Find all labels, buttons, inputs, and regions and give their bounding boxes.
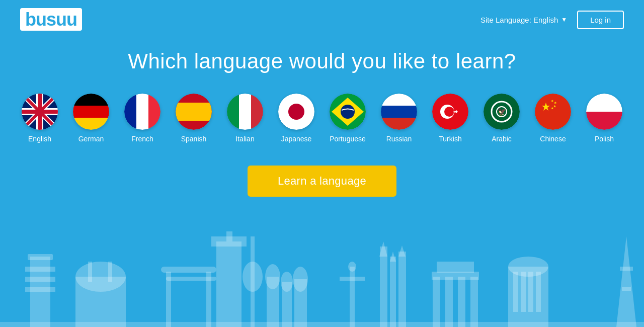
svg-rect-65 [108,262,112,282]
language-label-french: French [131,135,153,143]
language-label-portuguese: Portuguese [330,135,366,143]
language-item-russian[interactable]: Russian [381,94,417,143]
svg-rect-15 [124,94,136,130]
svg-rect-104 [622,287,631,291]
flag-circle-turkish [432,94,468,130]
svg-rect-17 [148,94,160,130]
svg-rect-61 [28,254,53,260]
flag-circle-italian [227,94,263,130]
language-label-arabic: Arabic [492,135,512,143]
svg-rect-22 [227,94,239,130]
svg-point-78 [281,272,293,292]
svg-rect-11 [73,94,109,106]
language-item-polish[interactable]: Polish [586,94,622,143]
svg-rect-58 [25,267,55,272]
headline: Which language would you like to learn? [0,49,644,73]
language-flags-row: English German [0,94,644,143]
svg-rect-16 [136,94,148,130]
svg-marker-102 [616,236,636,327]
chevron-down-icon: ▼ [561,16,567,23]
main-content: Which language would you like to learn? [0,39,644,197]
language-label-chinese: Chinese [540,135,566,143]
site-language-label: Site Language: English [480,16,558,24]
header: busuu Site Language: English ▼ Log in [0,0,644,39]
svg-rect-59 [25,277,55,282]
svg-rect-20 [176,103,212,121]
svg-rect-91 [445,277,453,327]
svg-point-74 [243,262,263,292]
logo-text: busuu [20,8,82,31]
svg-rect-72 [226,231,232,241]
flag-circle-german [73,94,109,130]
site-language-selector[interactable]: Site Language: English ▼ [480,16,567,24]
language-label-italian: Italian [235,135,254,143]
header-right: Site Language: English ▼ Log in [480,11,624,29]
language-item-spanish[interactable]: Spanish [176,94,212,143]
svg-rect-60 [25,287,55,292]
svg-rect-81 [350,267,355,327]
svg-rect-13 [73,118,109,130]
svg-point-27 [288,104,304,120]
svg-rect-92 [458,277,465,327]
svg-rect-98 [513,272,518,312]
flag-circle-spanish [176,94,212,130]
flag-circle-japanese [278,94,314,130]
language-item-italian[interactable]: Italian [227,94,263,143]
svg-rect-86 [390,257,396,327]
svg-rect-33 [381,94,417,106]
svg-rect-69 [166,277,216,281]
svg-rect-34 [381,106,417,118]
svg-rect-64 [88,262,92,282]
svg-rect-23 [239,94,251,130]
skyline-decoration [0,226,644,327]
language-item-french[interactable]: French [124,94,160,143]
flag-circle-chinese [535,94,571,130]
svg-rect-93 [470,277,478,327]
language-item-chinese[interactable]: Chinese [535,94,571,143]
language-item-japanese[interactable]: Japanese [278,94,314,143]
svg-rect-105 [0,322,644,327]
svg-rect-35 [381,118,417,130]
language-label-polish: Polish [595,135,614,143]
svg-rect-82 [340,277,365,281]
language-label-japanese: Japanese [281,135,312,143]
svg-rect-12 [73,106,109,118]
language-label-turkish: Turkish [439,135,461,143]
svg-rect-100 [528,272,533,312]
svg-point-76 [265,264,280,289]
svg-point-31 [341,105,355,119]
language-item-turkish[interactable]: Turkish [432,94,468,143]
language-item-arabic[interactable]: 🦅 Arabic [484,94,520,143]
flag-circle-arabic: 🦅 [484,94,520,130]
flag-circle-polish [586,94,622,130]
svg-rect-99 [521,272,526,312]
svg-rect-90 [433,277,440,327]
language-label-spanish: Spanish [181,135,207,143]
svg-rect-55 [586,94,622,112]
flag-circle-portuguese [330,94,366,130]
svg-rect-56 [586,112,622,130]
flag-circle-french [124,94,160,130]
language-label-english: English [28,135,51,143]
svg-rect-103 [620,267,633,271]
svg-rect-48 [535,94,571,130]
svg-text:🦅: 🦅 [498,108,507,116]
svg-rect-84 [380,247,387,327]
login-button[interactable]: Log in [577,11,624,29]
learn-language-button[interactable]: Learn a language [248,166,396,197]
language-item-portuguese[interactable]: Portuguese [330,94,366,143]
svg-rect-70 [216,241,242,327]
svg-rect-94 [432,272,479,280]
language-item-german[interactable]: German [73,94,109,143]
language-item-english[interactable]: English [22,94,58,143]
logo: busuu [20,9,82,30]
svg-point-83 [348,262,356,272]
svg-rect-95 [437,262,474,273]
flag-circle-russian [381,94,417,130]
svg-rect-68 [161,267,216,273]
svg-rect-101 [536,272,541,312]
svg-rect-24 [251,94,263,130]
svg-rect-63 [75,277,126,327]
svg-rect-88 [398,252,406,327]
svg-point-39 [444,107,454,117]
